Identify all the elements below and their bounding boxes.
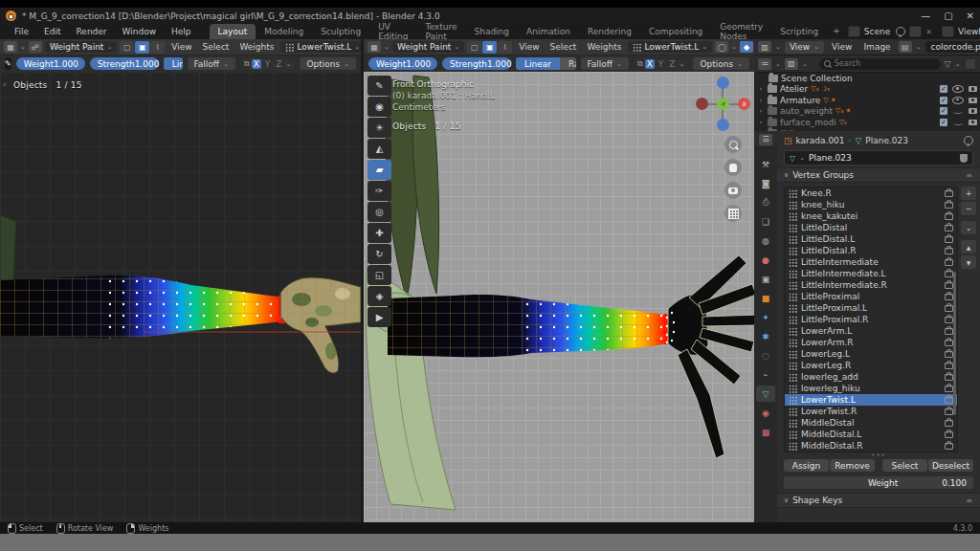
tab-tool[interactable]: ⚒ bbox=[756, 156, 775, 172]
vertex-groups-panel-header[interactable]: ∨ Vertex Groups ≡ bbox=[777, 167, 980, 183]
strength-slider[interactable]: Strength1.000 bbox=[90, 57, 159, 70]
tab-scene[interactable]: ◍ bbox=[756, 232, 775, 249]
toolbar-expand-arrow[interactable]: › bbox=[3, 79, 7, 89]
viewport-right[interactable]: Front Orthographic (0) karada.001 : Hand… bbox=[364, 72, 754, 522]
camera-view-button[interactable] bbox=[724, 182, 742, 199]
tab-constraints[interactable]: ⌁ bbox=[756, 366, 775, 383]
vertex-group-row[interactable]: LittleIntermediate.R bbox=[785, 279, 957, 291]
select-menu[interactable]: Select bbox=[199, 42, 234, 52]
breadcrumb-object[interactable]: karada.001 bbox=[796, 136, 845, 145]
mirror-z-button[interactable]: Z bbox=[667, 59, 677, 69]
image-image-menu[interactable]: Image bbox=[859, 42, 894, 52]
minimize-button[interactable]: — bbox=[921, 11, 930, 21]
lock-icon[interactable] bbox=[945, 294, 953, 300]
scene-unlink-icon[interactable]: ✕ bbox=[925, 28, 932, 36]
vertex-group-row[interactable]: MiddleDistal.R bbox=[785, 440, 957, 452]
lock-icon[interactable] bbox=[945, 282, 953, 289]
zoom-view-button[interactable] bbox=[724, 136, 742, 153]
checkbox-icon[interactable]: ✓ bbox=[940, 107, 947, 115]
smear-tool[interactable]: ◭ bbox=[368, 139, 391, 159]
breadcrumb-data[interactable]: Plane.023 bbox=[865, 136, 908, 145]
outliner-row-armature[interactable]: › Armature ▽ ✶ ✓ bbox=[754, 95, 980, 106]
average-tool[interactable]: ☀ bbox=[368, 118, 391, 138]
image-editor-type-icon[interactable]: ▥ bbox=[758, 41, 771, 53]
image-editor-mode-dropdown[interactable]: View⌄ bbox=[785, 41, 824, 54]
paint-mask-face-button[interactable]: ▢ bbox=[467, 41, 481, 54]
lock-icon[interactable] bbox=[945, 431, 953, 438]
vertex-group-row[interactable]: LittleDistal.L bbox=[785, 233, 957, 245]
paint-mask-vertex-button[interactable]: ▣ bbox=[482, 41, 497, 54]
draw-brush-tool[interactable]: ✎ bbox=[368, 76, 391, 96]
vertex-group-row[interactable]: knee_hiku bbox=[785, 199, 957, 210]
mirror-x-button[interactable]: X bbox=[645, 59, 655, 69]
gizmo-z-axis[interactable] bbox=[717, 77, 729, 89]
transform-tool[interactable]: ◈ bbox=[368, 286, 391, 306]
proportional-edit-icon[interactable]: ◯ bbox=[715, 41, 728, 53]
tab-sculpting[interactable]: Sculpting bbox=[312, 24, 369, 39]
lock-icon[interactable] bbox=[945, 259, 953, 266]
mirror-z-button[interactable]: Z bbox=[274, 59, 283, 69]
add-workspace-button[interactable]: + bbox=[827, 24, 846, 39]
lock-icon[interactable] bbox=[945, 202, 953, 209]
tab-material[interactable]: ◉ bbox=[756, 405, 775, 421]
move-up-button[interactable]: ▲ bbox=[961, 240, 976, 253]
vertex-group-row[interactable]: LittleProximal.R bbox=[785, 314, 957, 325]
weights-menu[interactable]: Weights bbox=[235, 42, 278, 52]
paint-mask-bone-button[interactable]: ⌇ bbox=[498, 41, 512, 54]
sample-weight-tool[interactable]: ✑ bbox=[368, 181, 391, 201]
expand-icon[interactable]: › bbox=[757, 119, 765, 126]
vertex-group-row[interactable]: LittleProximal bbox=[785, 291, 957, 302]
list-scrollbar[interactable] bbox=[953, 272, 956, 415]
gradient-tool[interactable]: ▰ bbox=[368, 160, 391, 180]
annotate-tool[interactable]: ◎ bbox=[368, 202, 391, 222]
vertex-group-row[interactable]: LittleDistal bbox=[785, 222, 957, 233]
tab-output[interactable]: ⎙ bbox=[756, 194, 775, 210]
tab-object[interactable]: ■ bbox=[756, 290, 775, 306]
strength-slider[interactable]: Strength1.000 bbox=[442, 57, 511, 70]
menu-edit[interactable]: Edit bbox=[37, 26, 67, 37]
tab-rendering[interactable]: Rendering bbox=[579, 24, 640, 39]
editor-type-icon[interactable]: ▦ bbox=[4, 41, 17, 53]
tab-layout[interactable]: Layout bbox=[210, 24, 256, 39]
lock-icon[interactable] bbox=[945, 351, 953, 358]
visibility-eye-icon[interactable] bbox=[952, 97, 964, 104]
visibility-eye-icon[interactable] bbox=[952, 85, 964, 93]
falloff-radial-button[interactable]: Radial bbox=[560, 57, 576, 70]
tab-uv-editing[interactable]: UV Editing bbox=[369, 24, 416, 39]
pin-icon[interactable] bbox=[964, 136, 973, 145]
vertex-group-row[interactable]: LowerArm.L bbox=[785, 325, 957, 337]
tab-object-data[interactable]: ▽ bbox=[756, 386, 775, 402]
vertex-group-row[interactable]: knee_kakutei bbox=[785, 210, 957, 222]
new-collection-icon[interactable] bbox=[965, 58, 976, 70]
lock-icon[interactable] bbox=[945, 408, 953, 415]
view-menu[interactable]: View bbox=[167, 42, 195, 52]
gizmo-neg-z-axis[interactable] bbox=[717, 119, 729, 131]
lock-icon[interactable] bbox=[945, 236, 953, 243]
scale-tool[interactable]: ◱ bbox=[368, 265, 391, 285]
lock-icon[interactable] bbox=[945, 271, 953, 277]
scene-pin-icon[interactable] bbox=[896, 27, 905, 36]
tab-scripting[interactable]: Scripting bbox=[771, 24, 827, 39]
tab-modeling[interactable]: Modeling bbox=[256, 24, 312, 39]
rotate-tool[interactable]: ↻ bbox=[368, 244, 391, 264]
vertex-group-row[interactable]: lowerleg_add bbox=[785, 371, 957, 383]
fake-user-shield-icon[interactable] bbox=[960, 154, 968, 163]
specials-menu-button[interactable]: ⌄ bbox=[961, 221, 976, 234]
deselect-button[interactable]: Deselect bbox=[928, 459, 973, 472]
scene-icon[interactable] bbox=[848, 26, 860, 37]
snap-icon[interactable]: ◆ bbox=[740, 41, 753, 53]
editor-type-icon[interactable]: ▦ bbox=[368, 41, 381, 53]
tab-physics[interactable]: ◌ bbox=[756, 347, 775, 364]
tab-world[interactable]: ● bbox=[756, 252, 775, 268]
checkbox-icon[interactable]: ✓ bbox=[940, 119, 947, 126]
vertex-group-row[interactable]: LittleIntermediate bbox=[785, 256, 957, 268]
remove-group-button[interactable]: − bbox=[961, 202, 976, 215]
remove-button[interactable]: Remove bbox=[830, 459, 875, 472]
expand-icon[interactable]: › bbox=[757, 85, 765, 93]
perspective-toggle-button[interactable] bbox=[724, 205, 742, 222]
paint-mask-face-button[interactable]: ▢ bbox=[120, 41, 134, 54]
outliner-scene-icon[interactable]: ▧ bbox=[785, 58, 798, 70]
outliner-row-auto-weight[interactable]: › auto_weight ▽₃ ✶ ✓ bbox=[754, 106, 980, 118]
image-datablock-name[interactable]: colorcode.png bbox=[925, 41, 980, 53]
panel-menu-icon[interactable]: ≡ bbox=[966, 171, 973, 180]
